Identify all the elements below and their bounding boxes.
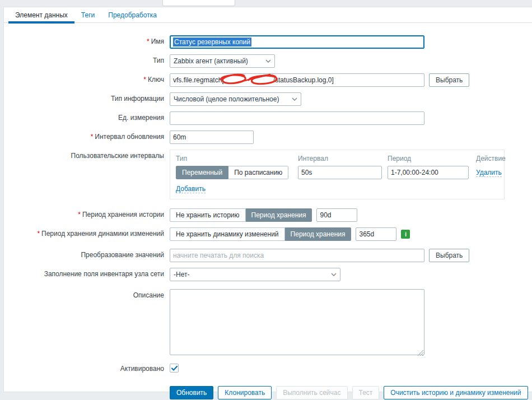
field-row-trends: *Период хранения динамики изменений Не х…	[4, 227, 532, 241]
info-type-label: Тип информации	[4, 92, 170, 103]
update-button[interactable]: Обновить	[170, 386, 213, 399]
item-config-panel: Элемент данных Теги Предобработка *Имя С…	[3, 7, 532, 392]
trends-period-input[interactable]	[356, 227, 396, 241]
chevron-down-icon	[265, 59, 271, 63]
history-do-not-keep[interactable]: Не хранить историю	[170, 208, 246, 222]
footer-actions-row: Обновить Клонировать Выполнить сейчас Те…	[4, 378, 532, 399]
history-period-input[interactable]	[316, 208, 357, 222]
required-marker: *	[78, 211, 81, 218]
update-interval-input[interactable]	[170, 131, 254, 144]
key-select-button[interactable]: Выбрать	[429, 73, 469, 87]
trends-toggle: Не хранить динамику изменений Период хра…	[170, 227, 351, 241]
key-value-suffix: /statusBackup.log,0]	[273, 76, 334, 84]
value-mapping-input[interactable]	[170, 249, 424, 262]
inventory-label: Заполнение поля инвентаря узла сети	[4, 268, 170, 278]
execute-now-button[interactable]: Выполнить сейчас	[276, 386, 347, 399]
field-row-enabled: Активировано	[4, 362, 532, 373]
enabled-checkbox[interactable]	[170, 364, 179, 373]
field-row-inventory: Заполнение поля инвентаря узла сети -Нет…	[4, 268, 532, 281]
type-label: Тип	[4, 54, 170, 64]
enabled-label: Активировано	[4, 362, 170, 373]
field-row-key: *Ключ vfs.file.regmatch[ /statusBackup.l…	[4, 73, 532, 87]
inventory-select-value: -Нет-	[174, 271, 189, 278]
col-header-period: Период	[388, 155, 476, 162]
tab-item[interactable]: Элемент данных	[8, 7, 74, 22]
custom-intervals-label: Пользовательские интервалы	[4, 150, 170, 160]
required-marker: *	[37, 230, 40, 238]
custom-intervals-table: Тип Интервал Период Действие Переменный …	[170, 150, 505, 199]
tab-bar: Элемент данных Теги Предобработка	[4, 7, 532, 23]
trends-storage-period[interactable]: Период хранения	[285, 227, 352, 241]
name-input[interactable]: Статус резервных копий	[170, 35, 424, 49]
trends-label: *Период хранения динамики изменений	[4, 227, 170, 238]
col-header-interval: Интервал	[298, 155, 388, 162]
toggle-scheduling[interactable]: По расписанию	[228, 166, 288, 179]
interval-type-toggle: Переменный По расписанию	[176, 166, 298, 179]
test-button[interactable]: Тест	[352, 386, 380, 399]
name-label: *Имя	[4, 35, 170, 45]
interval-period-input[interactable]	[388, 166, 469, 179]
description-label: Описание	[4, 289, 170, 299]
info-icon[interactable]: i	[401, 230, 410, 239]
units-label: Ед. измерения	[4, 111, 170, 122]
interval-remove-link[interactable]: Удалить	[476, 169, 502, 177]
key-input[interactable]: vfs.file.regmatch[ /statusBackup.log,0]	[170, 73, 424, 87]
info-type-select-value: Числовой (целое положительное)	[174, 95, 279, 103]
type-select-value: Zabbix агент (активный)	[174, 57, 248, 65]
inventory-select[interactable]: -Нет-	[170, 268, 340, 281]
name-input-selected-text: Статус резервных копий	[173, 38, 251, 46]
custom-intervals-header: Тип Интервал Период Действие	[176, 155, 498, 162]
history-label: *Период хранения истории	[4, 208, 170, 218]
interval-delay-input[interactable]	[298, 166, 382, 179]
toggle-flexible[interactable]: Переменный	[176, 166, 228, 179]
custom-interval-row: Переменный По расписанию Удалить	[176, 166, 498, 179]
field-row-custom-intervals: Пользовательские интервалы Тип Интервал …	[4, 150, 532, 199]
field-row-units: Ед. измерения	[4, 111, 532, 125]
units-input[interactable]	[170, 111, 424, 125]
update-interval-label: *Интервал обновления	[4, 131, 170, 141]
type-select[interactable]: Zabbix агент (активный)	[170, 54, 275, 68]
field-row-info-type: Тип информации Числовой (целое положител…	[4, 92, 532, 106]
field-row-description: Описание	[4, 289, 532, 357]
key-label: *Ключ	[4, 73, 170, 83]
value-mapping-select-button[interactable]: Выбрать	[429, 249, 469, 262]
field-row-name: *Имя Статус резервных копий	[4, 35, 532, 49]
interval-add-link[interactable]: Добавить	[176, 185, 206, 193]
col-header-action: Действие	[476, 155, 506, 162]
clone-button[interactable]: Клонировать	[218, 386, 272, 399]
required-marker: *	[143, 76, 146, 83]
field-row-type: Тип Zabbix агент (активный)	[4, 54, 532, 68]
history-toggle: Не хранить историю Период хранения	[170, 208, 312, 222]
key-value-prefix: vfs.file.regmatch[	[173, 76, 224, 84]
col-header-type: Тип	[176, 155, 298, 162]
checkmark-icon	[171, 366, 178, 371]
required-marker: *	[91, 133, 94, 141]
cutoff-popup-remnant	[162, 0, 235, 6]
tab-preprocessing[interactable]: Предобработка	[101, 7, 164, 22]
field-row-value-mapping: Преобразование значений Выбрать	[4, 249, 532, 262]
field-row-update-interval: *Интервал обновления	[4, 131, 532, 144]
required-marker: *	[147, 38, 150, 45]
chevron-down-icon	[331, 273, 337, 276]
chevron-down-icon	[292, 97, 297, 101]
field-row-history: *Период хранения истории Не хранить исто…	[4, 208, 532, 222]
value-mapping-label: Преобразование значений	[4, 249, 170, 259]
clear-history-button[interactable]: Очистить историю и динамику изменений	[384, 386, 528, 399]
trends-do-not-keep[interactable]: Не хранить динамику изменений	[170, 227, 285, 241]
tab-tags[interactable]: Теги	[74, 7, 101, 22]
info-type-select[interactable]: Числовой (целое положительное)	[170, 92, 301, 106]
history-storage-period[interactable]: Период хранения	[246, 208, 312, 222]
description-textarea[interactable]	[170, 289, 424, 355]
